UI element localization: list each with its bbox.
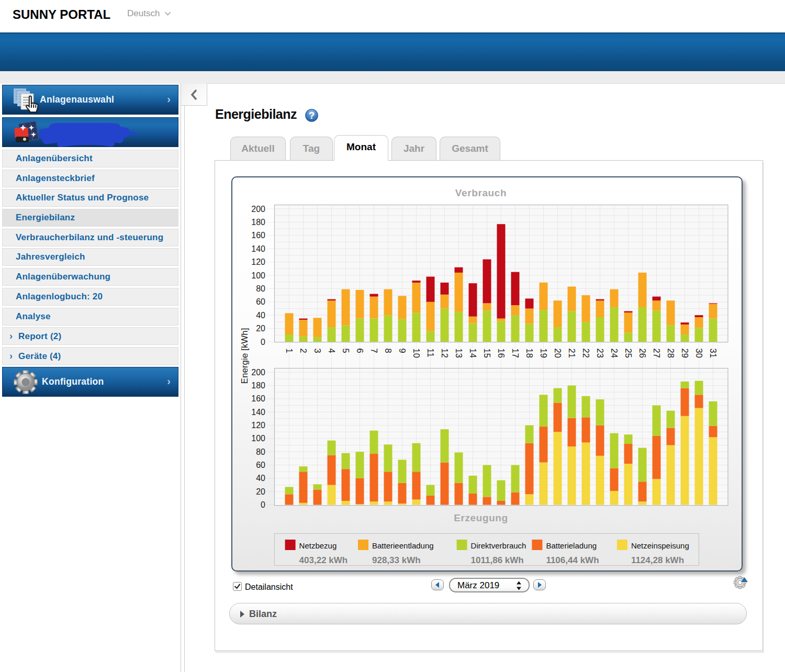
svg-text:31: 31 xyxy=(709,349,718,358)
svg-text:403,22 kWh: 403,22 kWh xyxy=(299,555,348,565)
svg-text:7: 7 xyxy=(369,349,379,353)
svg-text:27: 27 xyxy=(652,349,661,358)
svg-text:160: 160 xyxy=(251,231,265,240)
svg-text:29: 29 xyxy=(680,349,690,358)
svg-text:1124,28 kWh: 1124,28 kWh xyxy=(631,555,684,565)
svg-text:120: 120 xyxy=(251,421,265,430)
svg-text:26: 26 xyxy=(638,349,647,358)
svg-text:200: 200 xyxy=(251,205,265,214)
svg-text:0: 0 xyxy=(261,500,265,509)
svg-text:Netzbezug: Netzbezug xyxy=(299,541,337,550)
svg-text:100: 100 xyxy=(251,434,265,443)
svg-text:928,33 kWh: 928,33 kWh xyxy=(372,555,421,565)
svg-text:80: 80 xyxy=(256,284,265,293)
svg-text:180: 180 xyxy=(251,381,265,390)
svg-text:Direktverbrauch: Direktverbrauch xyxy=(471,541,526,550)
svg-text:23: 23 xyxy=(596,349,605,358)
svg-text:Netzeinspeisung: Netzeinspeisung xyxy=(631,541,689,550)
svg-text:3: 3 xyxy=(313,349,322,353)
svg-text:24: 24 xyxy=(610,349,619,358)
svg-text:80: 80 xyxy=(256,447,265,456)
svg-text:21: 21 xyxy=(567,349,577,358)
svg-text:19: 19 xyxy=(539,349,548,358)
svg-text:15: 15 xyxy=(483,349,492,358)
svg-text:2: 2 xyxy=(299,349,308,353)
svg-text:40: 40 xyxy=(256,311,265,320)
svg-text:8: 8 xyxy=(384,349,393,353)
svg-text:140: 140 xyxy=(251,244,265,253)
svg-text:Batterieladung: Batterieladung xyxy=(546,541,597,550)
svg-text:0: 0 xyxy=(261,338,265,346)
svg-text:100: 100 xyxy=(251,271,265,280)
svg-text:200: 200 xyxy=(251,368,265,377)
svg-text:120: 120 xyxy=(251,257,265,266)
svg-text:25: 25 xyxy=(624,349,633,358)
svg-text:22: 22 xyxy=(581,349,591,358)
svg-text:17: 17 xyxy=(511,349,520,358)
svg-text:4: 4 xyxy=(327,349,337,353)
svg-text:1011,86 kWh: 1011,86 kWh xyxy=(471,555,524,565)
svg-text:16: 16 xyxy=(497,349,506,358)
svg-text:10: 10 xyxy=(412,349,421,358)
svg-text:11: 11 xyxy=(426,349,435,357)
svg-text:28: 28 xyxy=(666,349,676,358)
svg-text:40: 40 xyxy=(256,474,265,483)
svg-text:60: 60 xyxy=(256,461,265,469)
svg-text:180: 180 xyxy=(251,218,265,227)
svg-text:13: 13 xyxy=(454,349,464,358)
svg-text:6: 6 xyxy=(355,349,365,353)
svg-text:20: 20 xyxy=(553,349,563,358)
svg-text:20: 20 xyxy=(256,324,265,333)
svg-text:30: 30 xyxy=(694,349,704,358)
svg-text:18: 18 xyxy=(525,349,534,358)
svg-text:140: 140 xyxy=(251,408,265,417)
svg-text:5: 5 xyxy=(341,349,351,353)
svg-text:Erzeugung: Erzeugung xyxy=(454,512,508,523)
svg-text:1: 1 xyxy=(285,349,294,353)
svg-text:9: 9 xyxy=(398,349,407,353)
svg-text:12: 12 xyxy=(440,349,450,358)
svg-text:20: 20 xyxy=(256,487,265,496)
svg-text:160: 160 xyxy=(251,394,265,403)
svg-text:Verbrauch: Verbrauch xyxy=(455,187,507,198)
svg-text:Energie [kWh]: Energie [kWh] xyxy=(240,328,250,384)
svg-text:14: 14 xyxy=(468,349,478,358)
svg-text:1106,44 kWh: 1106,44 kWh xyxy=(546,555,599,565)
svg-text:Batterieentladung: Batterieentladung xyxy=(372,541,434,550)
svg-text:60: 60 xyxy=(256,297,265,306)
